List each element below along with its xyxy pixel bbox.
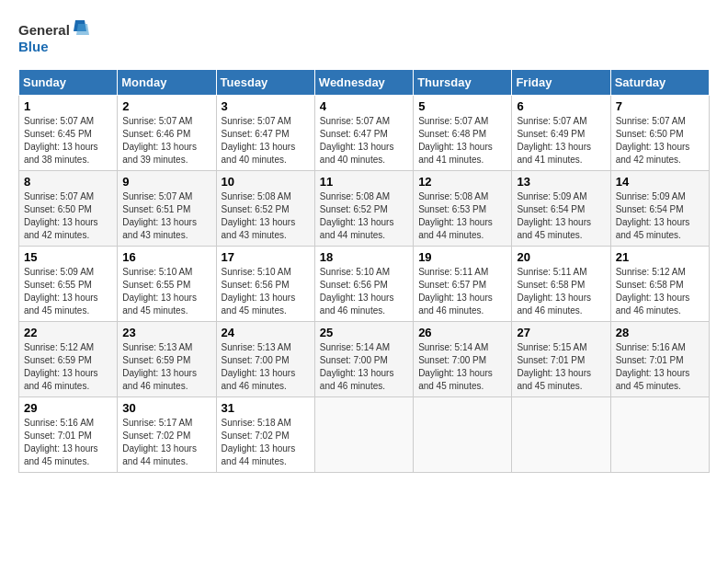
day-info: Sunrise: 5:11 AM Sunset: 6:58 PM Dayligh… bbox=[517, 266, 605, 317]
svg-text:Blue: Blue bbox=[18, 39, 49, 54]
sunset-label: Sunset: 6:54 PM bbox=[517, 204, 585, 214]
day-number: 27 bbox=[517, 326, 605, 339]
daylight-label: Daylight: 13 hours bbox=[616, 142, 690, 152]
day-info: Sunrise: 5:10 AM Sunset: 6:56 PM Dayligh… bbox=[320, 266, 408, 317]
day-info: Sunrise: 5:12 AM Sunset: 6:58 PM Dayligh… bbox=[616, 266, 704, 317]
sunrise-label: Sunrise: 5:11 AM bbox=[517, 267, 586, 277]
calendar-cell: 25 Sunrise: 5:14 AM Sunset: 7:00 PM Dayl… bbox=[314, 322, 413, 397]
sunset-label: Sunset: 6:52 PM bbox=[222, 204, 290, 214]
sunset-label: Sunset: 6:47 PM bbox=[320, 129, 388, 139]
daylight-label: Daylight: 13 hours bbox=[24, 443, 98, 454]
calendar-cell: 30 Sunrise: 5:17 AM Sunset: 7:02 PM Dayl… bbox=[118, 397, 216, 473]
day-info: Sunrise: 5:08 AM Sunset: 6:52 PM Dayligh… bbox=[320, 190, 408, 242]
sunrise-label: Sunrise: 5:10 AM bbox=[222, 267, 291, 277]
day-number: 18 bbox=[320, 250, 408, 264]
day-number: 15 bbox=[24, 250, 112, 264]
sunset-label: Sunset: 6:55 PM bbox=[122, 280, 190, 290]
calendar-cell: 21 Sunrise: 5:12 AM Sunset: 6:58 PM Dayl… bbox=[610, 247, 709, 322]
day-info: Sunrise: 5:07 AM Sunset: 6:49 PM Dayligh… bbox=[517, 115, 605, 167]
day-number: 22 bbox=[24, 326, 112, 339]
day-number: 3 bbox=[222, 99, 310, 113]
daylight-minutes: and 41 minutes. bbox=[418, 155, 483, 165]
sunset-label: Sunset: 7:00 PM bbox=[222, 355, 290, 365]
day-info: Sunrise: 5:07 AM Sunset: 6:51 PM Dayligh… bbox=[122, 190, 210, 242]
sunrise-label: Sunrise: 5:14 AM bbox=[418, 342, 488, 352]
daylight-minutes: and 45 minutes. bbox=[517, 230, 582, 240]
daylight-minutes: and 46 minutes. bbox=[517, 305, 582, 316]
sunset-label: Sunset: 6:50 PM bbox=[616, 129, 684, 139]
calendar-week-row: 22 Sunrise: 5:12 AM Sunset: 6:59 PM Dayl… bbox=[19, 322, 710, 397]
day-number: 23 bbox=[122, 326, 210, 339]
weekday-header-row: SundayMondayTuesdayWednesdayThursdayFrid… bbox=[19, 70, 710, 96]
daylight-label: Daylight: 13 hours bbox=[24, 142, 98, 152]
sunrise-label: Sunrise: 5:07 AM bbox=[517, 116, 586, 126]
sunrise-label: Sunrise: 5:08 AM bbox=[222, 191, 291, 201]
day-info: Sunrise: 5:10 AM Sunset: 6:55 PM Dayligh… bbox=[122, 266, 210, 317]
sunset-label: Sunset: 6:54 PM bbox=[616, 204, 684, 214]
sunrise-label: Sunrise: 5:07 AM bbox=[24, 116, 94, 126]
day-info: Sunrise: 5:07 AM Sunset: 6:45 PM Dayligh… bbox=[24, 115, 112, 167]
calendar-cell: 23 Sunrise: 5:13 AM Sunset: 6:59 PM Dayl… bbox=[118, 322, 216, 397]
daylight-minutes: and 45 minutes. bbox=[24, 305, 89, 316]
day-number: 31 bbox=[222, 401, 310, 415]
calendar-cell: 5 Sunrise: 5:07 AM Sunset: 6:48 PM Dayli… bbox=[414, 96, 512, 171]
sunrise-label: Sunrise: 5:16 AM bbox=[24, 418, 94, 428]
day-number: 24 bbox=[222, 326, 310, 339]
sunrise-label: Sunrise: 5:07 AM bbox=[616, 116, 686, 126]
svg-marker-3 bbox=[76, 24, 89, 35]
daylight-label: Daylight: 13 hours bbox=[616, 217, 690, 227]
sunset-label: Sunset: 6:53 PM bbox=[418, 204, 486, 214]
sunrise-label: Sunrise: 5:07 AM bbox=[122, 191, 192, 201]
sunset-label: Sunset: 7:00 PM bbox=[320, 355, 388, 365]
sunrise-label: Sunrise: 5:13 AM bbox=[222, 342, 291, 352]
daylight-label: Daylight: 13 hours bbox=[24, 293, 98, 303]
sunset-label: Sunset: 6:57 PM bbox=[418, 280, 486, 290]
calendar-cell: 9 Sunrise: 5:07 AM Sunset: 6:51 PM Dayli… bbox=[118, 171, 216, 247]
daylight-label: Daylight: 13 hours bbox=[320, 293, 394, 303]
sunrise-label: Sunrise: 5:08 AM bbox=[320, 191, 390, 201]
daylight-minutes: and 42 minutes. bbox=[24, 230, 89, 240]
calendar-cell: 14 Sunrise: 5:09 AM Sunset: 6:54 PM Dayl… bbox=[610, 171, 709, 247]
daylight-label: Daylight: 13 hours bbox=[222, 443, 296, 454]
sunrise-label: Sunrise: 5:09 AM bbox=[517, 191, 586, 201]
daylight-label: Daylight: 13 hours bbox=[418, 368, 493, 378]
daylight-minutes: and 45 minutes. bbox=[517, 381, 582, 391]
daylight-label: Daylight: 13 hours bbox=[517, 142, 591, 152]
sunset-label: Sunset: 6:56 PM bbox=[222, 280, 290, 290]
day-info: Sunrise: 5:08 AM Sunset: 6:53 PM Dayligh… bbox=[418, 190, 506, 242]
daylight-label: Daylight: 13 hours bbox=[122, 217, 197, 227]
sunset-label: Sunset: 6:52 PM bbox=[320, 204, 388, 214]
sunset-label: Sunset: 6:58 PM bbox=[616, 280, 684, 290]
daylight-label: Daylight: 13 hours bbox=[222, 142, 296, 152]
daylight-minutes: and 45 minutes. bbox=[418, 381, 483, 391]
calendar-cell: 8 Sunrise: 5:07 AM Sunset: 6:50 PM Dayli… bbox=[19, 171, 118, 247]
calendar-cell: 24 Sunrise: 5:13 AM Sunset: 7:00 PM Dayl… bbox=[216, 322, 314, 397]
day-number: 16 bbox=[122, 250, 210, 264]
daylight-label: Daylight: 13 hours bbox=[616, 293, 690, 303]
calendar-week-row: 15 Sunrise: 5:09 AM Sunset: 6:55 PM Dayl… bbox=[19, 247, 710, 322]
day-info: Sunrise: 5:16 AM Sunset: 7:01 PM Dayligh… bbox=[24, 417, 112, 468]
day-info: Sunrise: 5:07 AM Sunset: 6:50 PM Dayligh… bbox=[616, 115, 704, 167]
day-info: Sunrise: 5:10 AM Sunset: 6:56 PM Dayligh… bbox=[222, 266, 310, 317]
sunset-label: Sunset: 7:00 PM bbox=[418, 355, 486, 365]
sunrise-label: Sunrise: 5:16 AM bbox=[616, 342, 686, 352]
sunrise-label: Sunrise: 5:14 AM bbox=[320, 342, 390, 352]
daylight-label: Daylight: 13 hours bbox=[320, 368, 394, 378]
day-number: 2 bbox=[122, 99, 210, 113]
daylight-minutes: and 44 minutes. bbox=[222, 456, 287, 466]
daylight-label: Daylight: 13 hours bbox=[24, 368, 98, 378]
weekday-header: Monday bbox=[118, 70, 216, 96]
daylight-minutes: and 45 minutes. bbox=[24, 456, 89, 466]
day-number: 28 bbox=[616, 326, 704, 339]
day-number: 12 bbox=[418, 175, 506, 189]
sunrise-label: Sunrise: 5:09 AM bbox=[24, 267, 94, 277]
daylight-label: Daylight: 13 hours bbox=[418, 293, 493, 303]
daylight-minutes: and 46 minutes. bbox=[122, 381, 188, 391]
day-number: 25 bbox=[320, 326, 408, 339]
calendar-week-row: 29 Sunrise: 5:16 AM Sunset: 7:01 PM Dayl… bbox=[19, 397, 710, 473]
day-info: Sunrise: 5:09 AM Sunset: 6:55 PM Dayligh… bbox=[24, 266, 112, 317]
day-number: 14 bbox=[616, 175, 704, 189]
weekday-header: Friday bbox=[512, 70, 610, 96]
day-info: Sunrise: 5:17 AM Sunset: 7:02 PM Dayligh… bbox=[122, 417, 210, 468]
day-number: 4 bbox=[320, 99, 408, 113]
